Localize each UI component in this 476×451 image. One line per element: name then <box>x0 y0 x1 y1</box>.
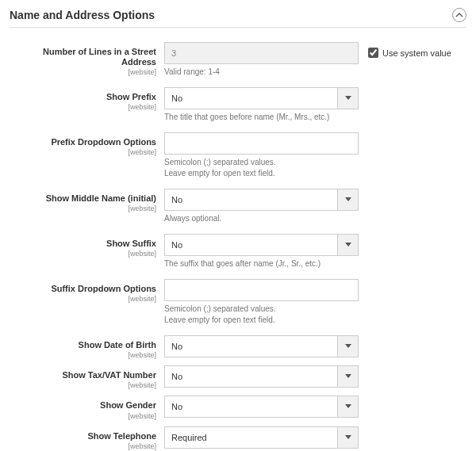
field-hint: The title that goes before name (Mr., Mr… <box>164 112 359 123</box>
dropdown-button[interactable] <box>337 235 358 255</box>
show-prefix-select[interactable]: No <box>164 87 359 109</box>
control-col: No The suffix that goes after name (Jr.,… <box>164 234 359 269</box>
label-col: Show Gender [website] <box>10 396 164 419</box>
show-middle-select[interactable]: No <box>164 189 359 211</box>
row-show-dob: Show Date of Birth [website] No <box>10 335 463 359</box>
label-col: Number of Lines in a Street Address [web… <box>10 42 164 76</box>
prefix-options-input[interactable] <box>164 132 359 155</box>
row-show-tax: Show Tax/VAT Number [website] No <box>10 365 463 389</box>
show-tax-select[interactable]: No <box>164 365 359 388</box>
control-col: No <box>164 396 359 418</box>
show-dob-select[interactable]: No <box>164 335 359 357</box>
control-col: No Always optional. <box>164 189 359 224</box>
row-show-telephone: Show Telephone [website] Required <box>10 426 463 450</box>
field-label: Show Date of Birth <box>10 340 156 350</box>
show-telephone-select[interactable]: Required <box>164 426 359 449</box>
show-gender-select[interactable]: No <box>164 396 359 418</box>
collapse-button[interactable] <box>452 8 466 22</box>
field-hint-line2: Leave empty for open text field. <box>164 168 359 179</box>
field-label: Show Tax/VAT Number <box>10 370 156 380</box>
label-col: Show Telephone [website] <box>10 426 164 450</box>
select-value: No <box>165 396 337 417</box>
row-suffix-options: Suffix Dropdown Options [website] Semico… <box>10 279 463 326</box>
field-scope: [website] <box>10 295 156 303</box>
field-hint-line1: Semicolon (;) separated values. <box>164 304 359 315</box>
select-value: No <box>165 88 337 109</box>
show-suffix-select[interactable]: No <box>164 234 359 256</box>
aux-col: Use system value <box>359 42 451 58</box>
label-col: Suffix Dropdown Options [website] <box>10 279 164 303</box>
field-hint: Valid range: 1-4 <box>164 67 359 78</box>
field-label: Show Prefix <box>10 92 156 102</box>
field-scope: [website] <box>10 381 156 389</box>
row-prefix-options: Prefix Dropdown Options [website] Semico… <box>10 132 463 179</box>
chevron-up-icon <box>455 11 463 19</box>
row-show-middle: Show Middle Name (initial) [website] No … <box>10 189 463 224</box>
field-scope: [website] <box>10 442 156 450</box>
field-label: Number of Lines in a Street Address <box>10 47 156 67</box>
field-scope: [website] <box>10 68 156 76</box>
chevron-down-icon <box>345 197 351 202</box>
section-title: Name and Address Options <box>10 9 155 21</box>
label-col: Show Suffix [website] <box>10 234 164 258</box>
control-col: No <box>164 335 359 357</box>
control-col: No The title that goes before name (Mr.,… <box>164 87 359 123</box>
field-label: Suffix Dropdown Options <box>10 284 156 294</box>
field-scope: [website] <box>10 351 156 359</box>
use-system-value-checkbox[interactable] <box>368 48 378 58</box>
field-hint: Always optional. <box>164 213 359 224</box>
section-header: Name and Address Options <box>10 8 466 28</box>
field-label: Show Telephone <box>10 431 156 441</box>
fields-container: Number of Lines in a Street Address [web… <box>10 42 466 451</box>
field-label: Show Suffix <box>10 239 156 249</box>
label-col: Show Date of Birth [website] <box>10 335 164 359</box>
row-show-gender: Show Gender [website] No <box>10 396 463 419</box>
control-col: Required <box>164 426 359 449</box>
select-value: No <box>165 235 337 255</box>
suffix-options-input[interactable] <box>164 279 359 301</box>
dropdown-button[interactable] <box>337 427 358 448</box>
chevron-down-icon <box>345 404 351 409</box>
label-col: Show Middle Name (initial) [website] <box>10 189 164 212</box>
field-scope: [website] <box>10 103 156 111</box>
label-col: Show Tax/VAT Number [website] <box>10 365 164 389</box>
chevron-down-icon <box>345 96 351 101</box>
dropdown-button[interactable] <box>337 189 358 210</box>
chevron-down-icon <box>345 243 351 247</box>
dropdown-button[interactable] <box>337 336 358 357</box>
field-scope: [website] <box>10 204 156 212</box>
num-lines-value: 3 <box>171 48 176 58</box>
select-value: No <box>165 189 337 210</box>
control-col: 3 Valid range: 1-4 <box>164 42 359 78</box>
field-label: Show Middle Name (initial) <box>10 193 156 204</box>
field-scope: [website] <box>10 250 156 258</box>
field-hint-line1: Semicolon (;) separated values. <box>164 157 359 168</box>
row-show-suffix: Show Suffix [website] No The suffix that… <box>10 234 463 269</box>
field-scope: [website] <box>10 148 156 156</box>
field-scope: [website] <box>10 412 156 420</box>
chevron-down-icon <box>345 435 351 440</box>
dropdown-button[interactable] <box>337 396 358 417</box>
control-col: Semicolon (;) separated values. Leave em… <box>164 132 359 179</box>
num-lines-input: 3 <box>164 42 359 64</box>
field-label: Prefix Dropdown Options <box>10 137 156 147</box>
chevron-down-icon <box>345 374 351 379</box>
label-col: Prefix Dropdown Options [website] <box>10 132 164 156</box>
chevron-down-icon <box>345 344 351 349</box>
control-col: Semicolon (;) separated values. Leave em… <box>164 279 359 326</box>
row-num-lines: Number of Lines in a Street Address [web… <box>10 42 463 78</box>
field-hint: The suffix that goes after name (Jr., Sr… <box>164 258 359 269</box>
use-system-value-label: Use system value <box>382 48 451 58</box>
row-show-prefix: Show Prefix [website] No The title that … <box>10 87 463 123</box>
control-col: No <box>164 365 359 388</box>
select-value: Required <box>165 427 337 448</box>
label-col: Show Prefix [website] <box>10 87 164 111</box>
select-value: No <box>165 366 337 387</box>
dropdown-button[interactable] <box>337 88 358 109</box>
dropdown-button[interactable] <box>337 366 358 387</box>
select-value: No <box>165 336 337 357</box>
field-hint-line2: Leave empty for open text field. <box>164 315 359 326</box>
field-label: Show Gender <box>10 400 156 411</box>
